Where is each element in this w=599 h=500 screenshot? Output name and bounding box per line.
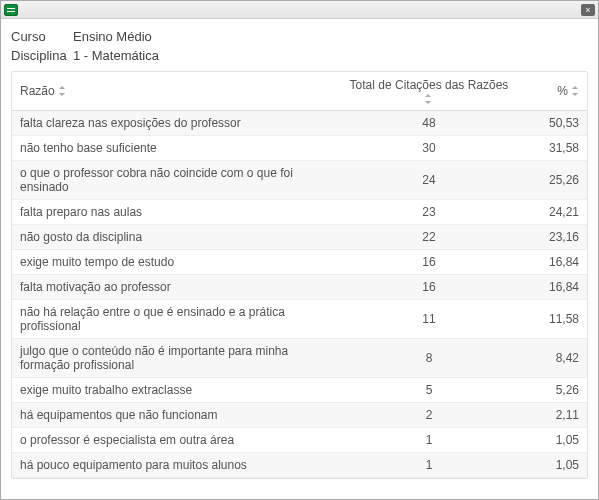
- cell-pct: 50,53: [519, 116, 579, 130]
- table-row: julgo que o conteúdo não é importante pa…: [12, 339, 587, 378]
- cell-count: 5: [339, 383, 519, 397]
- table-row: não tenho base suficiente3031,58: [12, 136, 587, 161]
- table-row: o que o professor cobra não coincide com…: [12, 161, 587, 200]
- cell-pct: 2,11: [519, 408, 579, 422]
- cell-count: 24: [339, 173, 519, 187]
- cell-pct: 31,58: [519, 141, 579, 155]
- col-header-count[interactable]: Total de Citações das Razões: [339, 78, 519, 104]
- cell-count: 1: [339, 458, 519, 472]
- cell-razao: exige muito trabalho extraclasse: [20, 383, 339, 397]
- table-row: falta clareza nas exposições do professo…: [12, 111, 587, 136]
- cell-count: 48: [339, 116, 519, 130]
- cell-razao: falta motivação ao professor: [20, 280, 339, 294]
- col-header-razao[interactable]: Razão: [20, 84, 339, 98]
- col-header-razao-label: Razão: [20, 84, 55, 98]
- sort-icon: [59, 86, 66, 96]
- cell-count: 16: [339, 280, 519, 294]
- col-header-pct-label: %: [557, 84, 568, 98]
- cell-pct: 11,58: [519, 312, 579, 326]
- table-row: exige muito tempo de estudo1616,84: [12, 250, 587, 275]
- cell-count: 22: [339, 230, 519, 244]
- curso-value: Ensino Médio: [73, 29, 152, 44]
- report-window: × Curso Ensino Médio Disciplina 1 - Mate…: [0, 0, 599, 500]
- curso-label: Curso: [11, 29, 73, 44]
- cell-pct: 1,05: [519, 433, 579, 447]
- table-row: não gosto da disciplina2223,16: [12, 225, 587, 250]
- disciplina-value: 1 - Matemática: [73, 48, 159, 63]
- cell-razao: falta preparo nas aulas: [20, 205, 339, 219]
- header-curso: Curso Ensino Médio: [11, 29, 588, 44]
- cell-pct: 5,26: [519, 383, 579, 397]
- cell-count: 16: [339, 255, 519, 269]
- cell-count: 30: [339, 141, 519, 155]
- sort-icon: [572, 86, 579, 96]
- table-header: Razão Total de Citações das Razões %: [12, 72, 587, 111]
- disciplina-label: Disciplina: [11, 48, 73, 63]
- table-row: falta motivação ao professor1616,84: [12, 275, 587, 300]
- cell-razao: o que o professor cobra não coincide com…: [20, 166, 339, 194]
- cell-pct: 25,26: [519, 173, 579, 187]
- table-row: o professor é especialista em outra área…: [12, 428, 587, 453]
- cell-pct: 16,84: [519, 255, 579, 269]
- content-area: Curso Ensino Médio Disciplina 1 - Matemá…: [1, 19, 598, 499]
- cell-razao: falta clareza nas exposições do professo…: [20, 116, 339, 130]
- reasons-table: Razão Total de Citações das Razões % fal…: [11, 71, 588, 479]
- table-row: exige muito trabalho extraclasse55,26: [12, 378, 587, 403]
- table-row: não há relação entre o que é ensinado e …: [12, 300, 587, 339]
- col-header-pct[interactable]: %: [519, 84, 579, 98]
- cell-razao: há pouco equipamento para muitos alunos: [20, 458, 339, 472]
- cell-razao: exige muito tempo de estudo: [20, 255, 339, 269]
- cell-count: 23: [339, 205, 519, 219]
- cell-pct: 24,21: [519, 205, 579, 219]
- cell-razao: julgo que o conteúdo não é importante pa…: [20, 344, 339, 372]
- cell-razao: há equipamentos que não funcionam: [20, 408, 339, 422]
- cell-pct: 16,84: [519, 280, 579, 294]
- table-body: falta clareza nas exposições do professo…: [12, 111, 587, 478]
- cell-razao: não há relação entre o que é ensinado e …: [20, 305, 339, 333]
- cell-razao: não gosto da disciplina: [20, 230, 339, 244]
- col-header-count-label: Total de Citações das Razões: [350, 78, 509, 92]
- cell-count: 8: [339, 351, 519, 365]
- close-button[interactable]: ×: [581, 4, 595, 16]
- cell-count: 2: [339, 408, 519, 422]
- cell-pct: 1,05: [519, 458, 579, 472]
- cell-pct: 8,42: [519, 351, 579, 365]
- cell-count: 1: [339, 433, 519, 447]
- cell-razao: o professor é especialista em outra área: [20, 433, 339, 447]
- cell-pct: 23,16: [519, 230, 579, 244]
- cell-razao: não tenho base suficiente: [20, 141, 339, 155]
- table-row: há equipamentos que não funcionam22,11: [12, 403, 587, 428]
- report-icon: [4, 4, 18, 16]
- table-row: há pouco equipamento para muitos alunos1…: [12, 453, 587, 478]
- header-disciplina: Disciplina 1 - Matemática: [11, 48, 588, 63]
- titlebar: ×: [1, 1, 598, 19]
- table-row: falta preparo nas aulas2324,21: [12, 200, 587, 225]
- cell-count: 11: [339, 312, 519, 326]
- sort-icon: [425, 94, 432, 104]
